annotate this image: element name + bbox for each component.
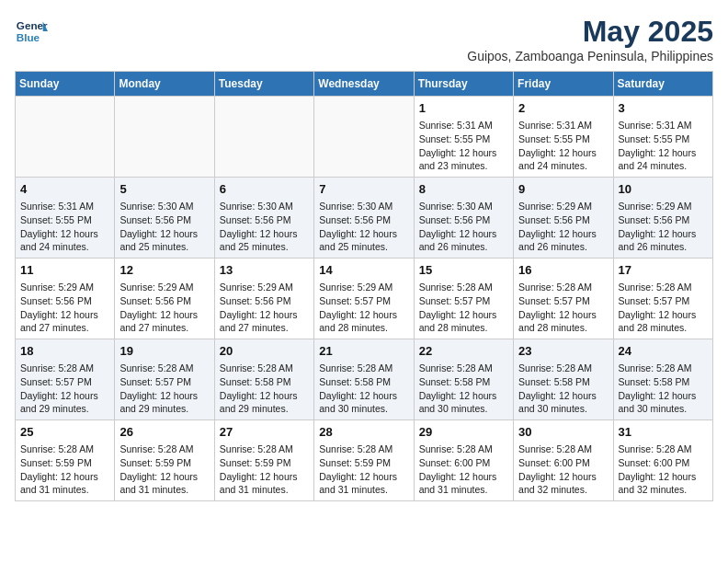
day-number: 17 — [619, 262, 708, 279]
calendar-cell: 8Sunrise: 5:30 AM Sunset: 5:56 PM Daylig… — [414, 178, 513, 259]
day-info: Sunrise: 5:31 AM Sunset: 5:55 PM Dayligh… — [518, 119, 608, 173]
calendar-cell: 25Sunrise: 5:28 AM Sunset: 5:59 PM Dayli… — [16, 420, 115, 501]
calendar-cell: 27Sunrise: 5:28 AM Sunset: 5:59 PM Dayli… — [214, 420, 313, 501]
day-info: Sunrise: 5:29 AM Sunset: 5:56 PM Dayligh… — [220, 281, 309, 335]
day-info: Sunrise: 5:31 AM Sunset: 5:55 PM Dayligh… — [419, 119, 508, 173]
calendar-cell — [115, 97, 214, 178]
calendar-cell: 31Sunrise: 5:28 AM Sunset: 6:00 PM Dayli… — [613, 420, 712, 501]
calendar-cell: 2Sunrise: 5:31 AM Sunset: 5:55 PM Daylig… — [514, 97, 613, 178]
day-info: Sunrise: 5:30 AM Sunset: 5:56 PM Dayligh… — [419, 200, 508, 254]
calendar-cell: 11Sunrise: 5:29 AM Sunset: 5:56 PM Dayli… — [16, 259, 115, 339]
day-number: 25 — [20, 424, 109, 441]
day-number: 30 — [518, 424, 608, 441]
calendar-cell: 10Sunrise: 5:29 AM Sunset: 5:56 PM Dayli… — [613, 178, 712, 259]
day-number: 14 — [319, 262, 408, 279]
logo-icon: General Blue — [15, 15, 48, 48]
day-number: 18 — [20, 343, 109, 360]
svg-text:Blue: Blue — [17, 31, 40, 43]
day-number: 11 — [20, 262, 109, 279]
calendar-cell: 14Sunrise: 5:29 AM Sunset: 5:57 PM Dayli… — [314, 259, 414, 339]
calendar-cell: 6Sunrise: 5:30 AM Sunset: 5:56 PM Daylig… — [214, 178, 313, 259]
day-number: 13 — [220, 262, 309, 279]
day-number: 19 — [119, 343, 209, 360]
day-info: Sunrise: 5:28 AM Sunset: 5:57 PM Dayligh… — [20, 362, 109, 416]
calendar-cell: 30Sunrise: 5:28 AM Sunset: 6:00 PM Dayli… — [514, 420, 613, 501]
calendar-cell — [314, 97, 414, 178]
day-info: Sunrise: 5:28 AM Sunset: 6:00 PM Dayligh… — [619, 442, 708, 497]
day-number: 15 — [419, 262, 508, 279]
calendar-week-row: 25Sunrise: 5:28 AM Sunset: 5:59 PM Dayli… — [16, 420, 713, 501]
calendar-cell: 5Sunrise: 5:30 AM Sunset: 5:56 PM Daylig… — [115, 178, 214, 259]
calendar-cell: 15Sunrise: 5:28 AM Sunset: 5:57 PM Dayli… — [414, 259, 513, 339]
month-title: May 2025 — [467, 15, 713, 49]
calendar-cell: 29Sunrise: 5:28 AM Sunset: 6:00 PM Dayli… — [414, 420, 513, 501]
day-number: 31 — [619, 424, 708, 441]
calendar-cell: 17Sunrise: 5:28 AM Sunset: 5:57 PM Dayli… — [613, 259, 712, 339]
day-number: 26 — [119, 424, 209, 441]
day-info: Sunrise: 5:31 AM Sunset: 5:55 PM Dayligh… — [20, 200, 109, 254]
day-info: Sunrise: 5:29 AM Sunset: 5:56 PM Dayligh… — [20, 281, 109, 335]
location-subtitle: Guipos, Zamboanga Peninsula, Philippines — [467, 49, 713, 63]
calendar-cell: 21Sunrise: 5:28 AM Sunset: 5:58 PM Dayli… — [314, 339, 414, 420]
day-info: Sunrise: 5:30 AM Sunset: 5:56 PM Dayligh… — [220, 200, 309, 254]
day-number: 7 — [319, 181, 408, 198]
day-number: 22 — [419, 343, 508, 360]
calendar-week-row: 11Sunrise: 5:29 AM Sunset: 5:56 PM Dayli… — [16, 259, 713, 339]
day-info: Sunrise: 5:28 AM Sunset: 5:57 PM Dayligh… — [419, 281, 508, 335]
page-header: General Blue May 2025 Guipos, Zamboanga … — [15, 15, 713, 63]
header-day-monday: Monday — [115, 72, 214, 97]
day-info: Sunrise: 5:30 AM Sunset: 5:56 PM Dayligh… — [119, 200, 209, 254]
day-info: Sunrise: 5:28 AM Sunset: 5:58 PM Dayligh… — [619, 362, 708, 416]
day-info: Sunrise: 5:28 AM Sunset: 5:59 PM Dayligh… — [319, 442, 408, 497]
day-info: Sunrise: 5:28 AM Sunset: 6:00 PM Dayligh… — [419, 442, 508, 497]
calendar-week-row: 18Sunrise: 5:28 AM Sunset: 5:57 PM Dayli… — [16, 339, 713, 420]
calendar-cell: 18Sunrise: 5:28 AM Sunset: 5:57 PM Dayli… — [16, 339, 115, 420]
day-number: 8 — [419, 181, 508, 198]
day-number: 9 — [518, 181, 608, 198]
logo: General Blue — [15, 15, 48, 48]
header-day-tuesday: Tuesday — [214, 72, 313, 97]
title-block: May 2025 Guipos, Zamboanga Peninsula, Ph… — [467, 15, 713, 63]
header-day-wednesday: Wednesday — [314, 72, 414, 97]
day-number: 23 — [518, 343, 608, 360]
day-info: Sunrise: 5:28 AM Sunset: 5:57 PM Dayligh… — [119, 362, 209, 416]
calendar-cell: 16Sunrise: 5:28 AM Sunset: 5:57 PM Dayli… — [514, 259, 613, 339]
calendar-cell: 19Sunrise: 5:28 AM Sunset: 5:57 PM Dayli… — [115, 339, 214, 420]
day-info: Sunrise: 5:29 AM Sunset: 5:56 PM Dayligh… — [119, 281, 209, 335]
day-info: Sunrise: 5:28 AM Sunset: 6:00 PM Dayligh… — [518, 442, 608, 497]
header-day-thursday: Thursday — [414, 72, 513, 97]
day-number: 12 — [119, 262, 209, 279]
day-info: Sunrise: 5:29 AM Sunset: 5:57 PM Dayligh… — [319, 281, 408, 335]
calendar-cell: 1Sunrise: 5:31 AM Sunset: 5:55 PM Daylig… — [414, 97, 513, 178]
calendar-cell: 13Sunrise: 5:29 AM Sunset: 5:56 PM Dayli… — [214, 259, 313, 339]
day-number: 4 — [20, 181, 109, 198]
calendar-cell: 28Sunrise: 5:28 AM Sunset: 5:59 PM Dayli… — [314, 420, 414, 501]
calendar-cell: 26Sunrise: 5:28 AM Sunset: 5:59 PM Dayli… — [115, 420, 214, 501]
day-number: 3 — [619, 100, 708, 117]
day-info: Sunrise: 5:29 AM Sunset: 5:56 PM Dayligh… — [518, 200, 608, 254]
day-info: Sunrise: 5:28 AM Sunset: 5:59 PM Dayligh… — [220, 442, 309, 497]
header-day-saturday: Saturday — [613, 72, 712, 97]
calendar-cell: 20Sunrise: 5:28 AM Sunset: 5:58 PM Dayli… — [214, 339, 313, 420]
calendar-cell: 22Sunrise: 5:28 AM Sunset: 5:58 PM Dayli… — [414, 339, 513, 420]
day-info: Sunrise: 5:28 AM Sunset: 5:57 PM Dayligh… — [518, 281, 608, 335]
day-info: Sunrise: 5:28 AM Sunset: 5:58 PM Dayligh… — [319, 362, 408, 416]
day-info: Sunrise: 5:29 AM Sunset: 5:56 PM Dayligh… — [619, 200, 708, 254]
calendar-week-row: 1Sunrise: 5:31 AM Sunset: 5:55 PM Daylig… — [16, 97, 713, 178]
calendar-cell — [16, 97, 115, 178]
day-info: Sunrise: 5:28 AM Sunset: 5:58 PM Dayligh… — [518, 362, 608, 416]
day-number: 2 — [518, 100, 608, 117]
day-info: Sunrise: 5:28 AM Sunset: 5:58 PM Dayligh… — [220, 362, 309, 416]
day-number: 1 — [419, 100, 508, 117]
day-number: 5 — [119, 181, 209, 198]
calendar-cell: 7Sunrise: 5:30 AM Sunset: 5:56 PM Daylig… — [314, 178, 414, 259]
day-info: Sunrise: 5:30 AM Sunset: 5:56 PM Dayligh… — [319, 200, 408, 254]
day-number: 28 — [319, 424, 408, 441]
day-info: Sunrise: 5:31 AM Sunset: 5:55 PM Dayligh… — [619, 119, 708, 173]
header-day-friday: Friday — [514, 72, 613, 97]
day-number: 24 — [619, 343, 708, 360]
day-info: Sunrise: 5:28 AM Sunset: 5:59 PM Dayligh… — [20, 442, 109, 497]
calendar-cell: 12Sunrise: 5:29 AM Sunset: 5:56 PM Dayli… — [115, 259, 214, 339]
calendar-cell — [214, 97, 313, 178]
calendar-cell: 24Sunrise: 5:28 AM Sunset: 5:58 PM Dayli… — [613, 339, 712, 420]
